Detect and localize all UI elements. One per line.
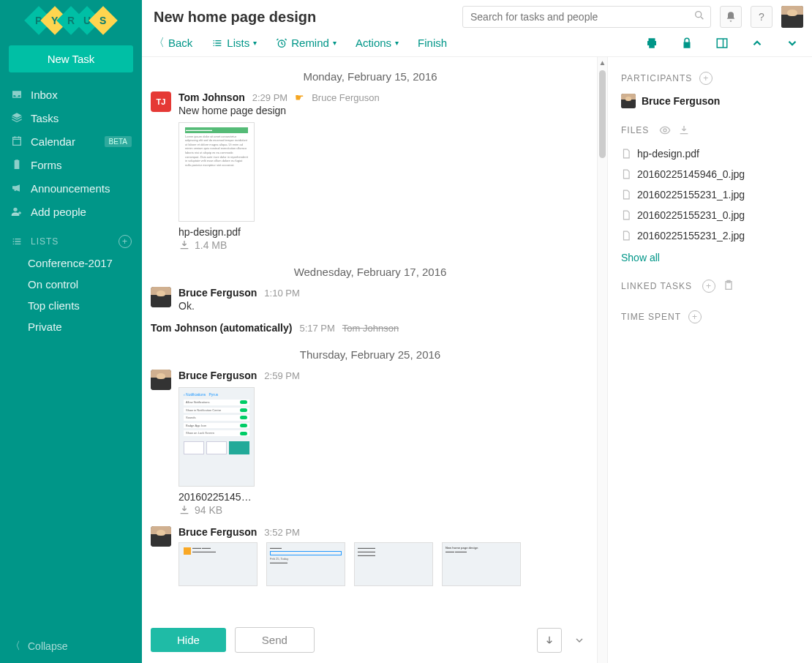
time-spent-header: TIME SPENT + <box>621 307 799 331</box>
linked-tasks-header: LINKED TASKS + <box>621 277 799 300</box>
finish-button[interactable]: Finish <box>418 37 447 49</box>
prev-task-button[interactable] <box>749 35 765 51</box>
logo[interactable]: P Y R U S <box>0 0 142 41</box>
add-participant-button[interactable]: + <box>699 72 713 85</box>
print-button[interactable] <box>644 35 660 51</box>
chevron-left-icon: 〈 <box>10 640 20 653</box>
file-row[interactable]: hp-design.pdf <box>621 143 799 164</box>
attachment-size: 1.4 MB <box>195 239 227 251</box>
actions-dropdown[interactable]: Actions▾ <box>356 37 399 49</box>
stack-icon <box>10 111 23 124</box>
collapse-button[interactable]: 〈 Collapse <box>0 629 142 663</box>
pointing-icon: ☛ <box>295 91 304 103</box>
new-task-button[interactable]: New Task <box>9 45 133 72</box>
file-icon <box>621 189 631 201</box>
attachment-meta: 94 KB <box>178 503 259 516</box>
message-author[interactable]: Bruce Ferguson <box>178 287 257 299</box>
remind-dropdown[interactable]: Remind▾ <box>276 37 337 49</box>
list-item-conference[interactable]: Conference-2017 <box>0 252 142 274</box>
message-author[interactable]: Bruce Ferguson <box>178 526 257 538</box>
scroll-up-icon[interactable]: ▲ <box>598 59 607 67</box>
search-wrap <box>462 6 711 28</box>
thread[interactable]: Monday, February 15, 2016 TJ Tom Johnson… <box>142 57 597 620</box>
message-author[interactable]: Tom Johnson <box>178 91 245 103</box>
list-item-private[interactable]: Private <box>0 316 142 337</box>
date-separator: Monday, February 15, 2016 <box>151 63 590 89</box>
nav-add-people[interactable]: Add people <box>0 200 142 223</box>
nav-calendar[interactable]: Calendar BETA <box>0 130 142 153</box>
hide-button[interactable]: Hide <box>151 628 226 652</box>
add-time-button[interactable]: + <box>688 310 702 323</box>
download-icon[interactable] <box>178 239 190 251</box>
attachment-name: 20160225145… <box>178 487 259 503</box>
download-all-icon[interactable] <box>678 124 690 136</box>
attachment-size: 94 KB <box>195 504 222 516</box>
help-button[interactable]: ? <box>751 6 772 28</box>
message: TJ Tom Johnson 2:29 PM ☛ Bruce Ferguson … <box>151 89 590 258</box>
svg-point-1 <box>696 12 702 18</box>
download-icon[interactable] <box>178 504 190 516</box>
chevron-left-icon: 〈 <box>154 36 165 50</box>
panel-toggle-button[interactable] <box>714 35 730 51</box>
message-time: 2:29 PM <box>252 92 287 103</box>
notifications-button[interactable] <box>720 6 742 28</box>
attachment[interactable]: ‹ Notifications Pyrus Allow Notification… <box>178 387 259 516</box>
search-input[interactable] <box>462 6 711 28</box>
message-time: 1:10 PM <box>264 288 299 299</box>
clipboard-icon[interactable] <box>723 280 734 293</box>
expand-compose-button[interactable] <box>571 634 588 646</box>
attachment[interactable]: ▬▬▬▬Feb 25, Today▬▬▬▬▬▬ <box>266 542 345 586</box>
assignee[interactable]: Bruce Ferguson <box>312 92 380 103</box>
eye-icon[interactable] <box>659 124 671 136</box>
lock-button[interactable] <box>679 35 695 51</box>
nav-tasks[interactable]: Tasks <box>0 106 142 130</box>
nav-announcements[interactable]: Announcements <box>0 176 142 200</box>
attachment-thumbnail: ‹ Notifications Pyrus Allow Notification… <box>178 387 255 487</box>
file-row[interactable]: 20160225155231_1.jpg <box>621 184 799 205</box>
avatar[interactable] <box>151 287 171 307</box>
avatar[interactable] <box>151 526 171 547</box>
files-header: FILES <box>621 121 799 143</box>
nav-label: Forms <box>31 159 62 171</box>
show-all-link[interactable]: Show all <box>621 246 799 277</box>
add-list-button[interactable]: + <box>119 235 132 248</box>
nav-forms[interactable]: Forms <box>0 153 142 176</box>
attachment-name: hp-design.pdf <box>178 222 259 238</box>
scroll-down-button[interactable] <box>537 628 562 653</box>
beta-badge: BETA <box>105 136 132 147</box>
lists-dropdown[interactable]: Lists▾ <box>211 37 257 49</box>
avatar[interactable]: TJ <box>151 91 171 112</box>
inbox-icon <box>10 88 23 101</box>
message-author[interactable]: Bruce Ferguson <box>178 370 257 381</box>
file-row[interactable]: 20160225155231_0.jpg <box>621 205 799 225</box>
file-icon <box>621 230 631 241</box>
scrollbar[interactable]: ▲ <box>597 57 607 663</box>
participant-row[interactable]: Bruce Ferguson <box>621 92 799 121</box>
next-task-button[interactable] <box>784 35 800 51</box>
current-user-avatar[interactable] <box>781 6 803 28</box>
thread-wrap: Monday, February 15, 2016 TJ Tom Johnson… <box>142 57 597 663</box>
file-row[interactable]: 20160225155231_2.jpg <box>621 225 799 246</box>
file-row[interactable]: 20160225145946_0.jpg <box>621 164 799 184</box>
attachment[interactable]: New home page design▬▬▬ ▬▬▬▬ <box>442 542 521 586</box>
main: New home page design ? 〈Back Lists▾ Remi… <box>142 0 812 663</box>
svg-point-4 <box>663 129 666 132</box>
search-icon[interactable] <box>693 10 705 21</box>
nav-label: Tasks <box>31 112 59 124</box>
attachment[interactable]: ▬▬▬▬▬▬▬▬▬▬▬▬▬▬▬▬▬▬ <box>354 542 433 586</box>
message: Bruce Ferguson 2:59 PM ‹ Notifications P… <box>151 367 590 523</box>
send-button[interactable]: Send <box>235 627 315 653</box>
back-button[interactable]: 〈Back <box>154 36 192 50</box>
chevron-down-icon: ▾ <box>395 39 399 47</box>
nav-inbox[interactable]: Inbox <box>0 83 142 106</box>
scroll-thumb[interactable] <box>599 70 606 158</box>
attachment-thumbnail: ▬▬▬▬▬▬▬▬▬ Lorem ipsum dolor sit amet con… <box>178 122 255 222</box>
file-icon <box>621 168 631 180</box>
avatar[interactable] <box>151 370 171 390</box>
attachment[interactable]: ▬▬▬▬▬▬▬▬▬ Lorem ipsum dolor sit amet con… <box>178 122 259 251</box>
list-item-on-control[interactable]: On control <box>0 274 142 295</box>
list-item-top-clients[interactable]: Top clients <box>0 295 142 316</box>
message: Bruce Ferguson 1:10 PM Ok. <box>151 284 590 319</box>
attachment[interactable]: ▬▬▬ ▬▬▬▬▬▬▬▬▬▬▬ <box>178 542 257 586</box>
add-linked-task-button[interactable]: + <box>702 280 715 293</box>
